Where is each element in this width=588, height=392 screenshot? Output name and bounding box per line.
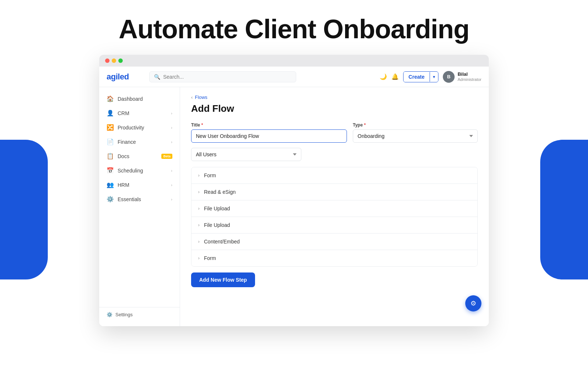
chevron-right-icon: ›: [171, 125, 172, 130]
sidebar-item-finance[interactable]: 📄 Finance ›: [99, 135, 180, 149]
flow-step-file-upload-1[interactable]: › File Upload: [191, 200, 477, 217]
main-content: ‹ Flows Add Flow Title *: [180, 87, 489, 326]
docs-icon: 📋: [107, 153, 114, 160]
finance-icon: 📄: [107, 138, 114, 145]
dot-red[interactable]: [105, 58, 110, 63]
audience-select[interactable]: All Users New Users Existing Users: [191, 148, 301, 161]
chevron-right-icon: ›: [171, 183, 172, 187]
step-label: Form: [204, 172, 216, 178]
breadcrumb-separator: ‹: [191, 95, 193, 100]
step-chevron-icon: ›: [198, 173, 200, 178]
flow-step-content-embed[interactable]: › Content/Embed: [191, 234, 477, 250]
avatar: B: [443, 71, 455, 83]
user-text: Bilal Administrator: [458, 71, 481, 82]
sidebar-item-crm[interactable]: 👤 CRM ›: [99, 106, 180, 120]
topbar: agiled 🔍 🌙 🔔 Create ▾ B Bilal: [99, 67, 489, 87]
search-input[interactable]: [163, 74, 291, 80]
sidebar-item-label: CRM: [118, 110, 129, 116]
productivity-icon: 🔀: [107, 124, 114, 131]
step-label: Content/Embed: [204, 239, 240, 245]
dark-mode-icon[interactable]: 🌙: [380, 73, 387, 80]
title-label: Title *: [191, 122, 347, 128]
sidebar-item-label: Finance: [118, 139, 136, 145]
step-label: File Upload: [204, 206, 230, 211]
sidebar-item-label: HRM: [118, 182, 129, 188]
blue-right-decoration: [540, 140, 588, 279]
chevron-right-icon: ›: [171, 111, 172, 115]
sidebar-item-label: Dashboard: [118, 96, 143, 102]
help-fab-button[interactable]: ⚙: [465, 295, 481, 311]
sidebar: 🏠 Dashboard 👤 CRM › 🔀 Productivity › 📄 F…: [99, 87, 180, 326]
chevron-right-icon: ›: [171, 140, 172, 144]
help-fab-icon: ⚙: [470, 299, 476, 307]
create-dropdown-button[interactable]: ▾: [430, 72, 438, 82]
form-row-title-type: Title * Type * Onboarding Offboarding: [191, 122, 478, 143]
chevron-right-icon: ›: [171, 168, 172, 173]
app-logo: agiled: [107, 72, 143, 82]
create-button[interactable]: Create: [404, 72, 430, 82]
user-name: Bilal: [458, 71, 481, 77]
hero-heading: Automate Client Onboarding: [0, 0, 588, 55]
form-row-audience: All Users New Users Existing Users: [191, 148, 478, 161]
required-marker: *: [364, 122, 366, 128]
form-group-audience: All Users New Users Existing Users: [191, 148, 301, 161]
step-chevron-icon: ›: [198, 222, 200, 228]
user-role: Administrator: [458, 77, 481, 82]
browser-chrome: [99, 55, 489, 67]
step-label: File Upload: [204, 222, 230, 228]
type-label: Type *: [353, 122, 478, 128]
beta-badge: Beta: [161, 154, 172, 159]
sidebar-item-label: Docs: [118, 153, 129, 159]
dashboard-icon: 🏠: [107, 95, 114, 102]
dot-green[interactable]: [118, 58, 123, 63]
flow-step-read-esign[interactable]: › Read & eSign: [191, 184, 477, 200]
breadcrumb: ‹ Flows: [191, 95, 478, 100]
sidebar-item-dashboard[interactable]: 🏠 Dashboard: [99, 92, 180, 106]
title-input[interactable]: [191, 129, 347, 143]
flow-step-form-2[interactable]: › Form: [191, 250, 477, 266]
dot-yellow[interactable]: [112, 58, 116, 63]
sidebar-item-docs[interactable]: 📋 Docs Beta: [99, 149, 180, 163]
topbar-actions: 🌙 🔔 Create ▾ B Bilal Administrator: [380, 71, 481, 83]
breadcrumb-flows-link[interactable]: Flows: [195, 95, 207, 100]
step-chevron-icon: ›: [198, 206, 200, 211]
sidebar-item-label: Productivity: [118, 125, 144, 131]
user-info: B Bilal Administrator: [443, 71, 481, 83]
step-chevron-icon: ›: [198, 239, 200, 244]
step-chevron-icon: ›: [198, 189, 200, 195]
flow-steps-list: › Form › Read & eSign › File Upload › Fi…: [191, 167, 478, 267]
step-label: Form: [204, 255, 216, 261]
scheduling-icon: 📅: [107, 167, 114, 174]
essentials-icon: ⚙️: [107, 196, 114, 203]
hrm-icon: 👥: [107, 181, 114, 188]
sidebar-item-scheduling[interactable]: 📅 Scheduling ›: [99, 163, 180, 178]
create-button-group[interactable]: Create ▾: [403, 71, 439, 82]
form-group-type: Type * Onboarding Offboarding Custom: [353, 122, 478, 143]
sidebar-item-label: Essentials: [118, 196, 141, 202]
browser-window: agiled 🔍 🌙 🔔 Create ▾ B Bilal: [99, 55, 489, 326]
step-chevron-icon: ›: [198, 256, 200, 261]
app-container: 🏠 Dashboard 👤 CRM › 🔀 Productivity › 📄 F…: [99, 87, 489, 326]
sidebar-bottom: ⚙️ Settings: [99, 307, 180, 322]
sidebar-item-hrm[interactable]: 👥 HRM ›: [99, 178, 180, 192]
search-bar[interactable]: 🔍: [149, 71, 296, 82]
sidebar-item-essentials[interactable]: ⚙️ Essentials ›: [99, 192, 180, 206]
crm-icon: 👤: [107, 110, 114, 117]
page-title: Add Flow: [191, 103, 478, 114]
flow-step-file-upload-2[interactable]: › File Upload: [191, 217, 477, 234]
search-icon: 🔍: [154, 74, 160, 80]
notifications-icon[interactable]: 🔔: [391, 73, 399, 80]
chevron-right-icon: ›: [171, 197, 172, 202]
settings-link[interactable]: ⚙️ Settings: [107, 312, 172, 317]
sidebar-item-productivity[interactable]: 🔀 Productivity ›: [99, 120, 180, 135]
settings-label: Settings: [115, 312, 133, 317]
step-label: Read & eSign: [204, 189, 236, 195]
flow-step-form-1[interactable]: › Form: [191, 167, 477, 184]
type-select[interactable]: Onboarding Offboarding Custom: [353, 129, 478, 143]
add-new-flow-step-button[interactable]: Add New Flow Step: [191, 272, 255, 287]
form-group-title: Title *: [191, 122, 347, 143]
settings-icon: ⚙️: [107, 312, 112, 317]
required-marker: *: [201, 122, 203, 128]
blue-left-decoration: [0, 140, 48, 279]
sidebar-item-label: Scheduling: [118, 168, 143, 174]
